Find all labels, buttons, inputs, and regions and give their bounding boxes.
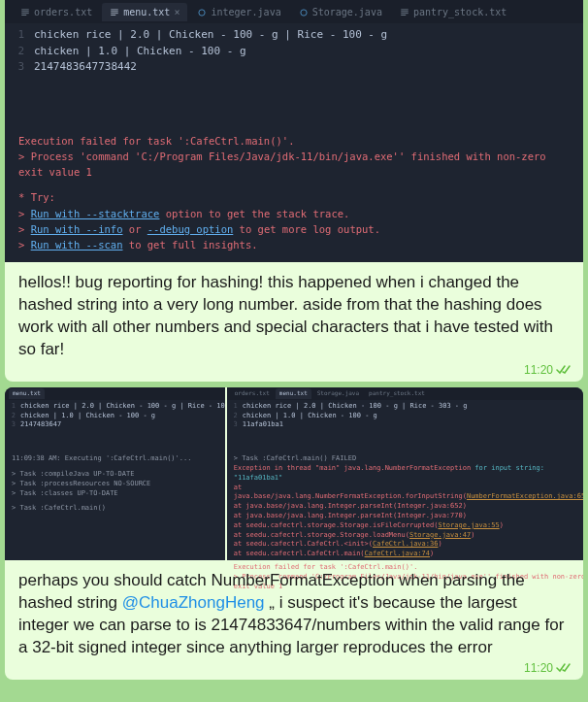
hint-line: > Run with --info or --debug option to g… <box>18 221 570 237</box>
file-icon <box>110 8 119 17</box>
code-screenshot[interactable]: orders.txt menu.txt × integer.java Stora… <box>5 0 583 262</box>
line-number: 3 <box>5 59 34 76</box>
message-text: hellos!! bug reporting for hashing! this… <box>5 262 583 382</box>
terminal-output: Execution failed for task ':CafeCtrl.mai… <box>5 123 583 263</box>
tab-label: orders.txt <box>34 5 92 19</box>
line-number: 1 <box>5 27 34 44</box>
tab-orders[interactable]: orders.txt <box>13 3 100 21</box>
tab-label: menu.txt <box>123 5 170 19</box>
code-line: 2chicken | 1.0 | Chicken - 100 - g <box>5 44 583 60</box>
java-icon <box>299 8 309 17</box>
error-line: Execution failed for task ':CafeCtrl.mai… <box>18 133 570 149</box>
editor-tab-bar: orders.txt menu.txt × integer.java Stora… <box>5 0 583 23</box>
svg-point-1 <box>301 9 307 15</box>
message-meta: 11:20 <box>524 362 573 378</box>
error-line: > Process 'command 'C:/Program Files/Jav… <box>18 149 570 181</box>
tab-menu[interactable]: menu.txt × <box>102 3 187 21</box>
java-icon <box>197 8 207 17</box>
timestamp: 11:20 <box>524 660 553 676</box>
hint-line: > Run with --stacktrace option to get th… <box>18 206 570 221</box>
editor-content: 1chicken rice | 2.0 | Chicken - 100 - g … <box>5 23 583 80</box>
tab-label: integer.java <box>211 5 280 19</box>
code-line: 32147483647738442 <box>5 59 583 76</box>
timestamp: 11:20 <box>524 362 553 378</box>
try-header: * Try: <box>18 189 570 205</box>
message-text: perhaps you should catch NumberFormatExc… <box>5 560 583 680</box>
svg-point-0 <box>199 9 205 15</box>
read-checks-icon <box>556 662 573 674</box>
tab-storage[interactable]: Storage.java <box>291 3 390 21</box>
close-icon[interactable]: × <box>174 5 180 19</box>
code-thumbnail-left[interactable]: menu.txt 1chicken rice | 2.0 | Chicken -… <box>5 387 225 560</box>
tab-pantry[interactable]: pantry_stock.txt <box>392 3 514 21</box>
tab-label: Storage.java <box>312 5 382 19</box>
tab-integer[interactable]: integer.java <box>189 3 288 21</box>
file-icon <box>20 8 30 17</box>
code-line: 1chicken rice | 2.0 | Chicken - 100 - g … <box>5 27 583 44</box>
message-bubble: menu.txt 1chicken rice | 2.0 | Chicken -… <box>5 387 583 680</box>
image-row: menu.txt 1chicken rice | 2.0 | Chicken -… <box>5 387 583 560</box>
message-meta: 11:20 <box>524 660 573 676</box>
user-mention[interactable]: @ChuaZhongHeng <box>122 593 265 612</box>
message-bubble: orders.txt menu.txt × integer.java Stora… <box>5 0 583 382</box>
hint-line: > Run with --scan to get full insights. <box>18 237 570 252</box>
code-thumbnail-right[interactable]: orders.txtmenu.txtStorage.javapantry_sto… <box>227 387 583 560</box>
line-number: 2 <box>5 44 34 60</box>
read-checks-icon <box>556 364 573 376</box>
file-icon <box>400 8 409 17</box>
tab-label: pantry_stock.txt <box>413 5 506 19</box>
